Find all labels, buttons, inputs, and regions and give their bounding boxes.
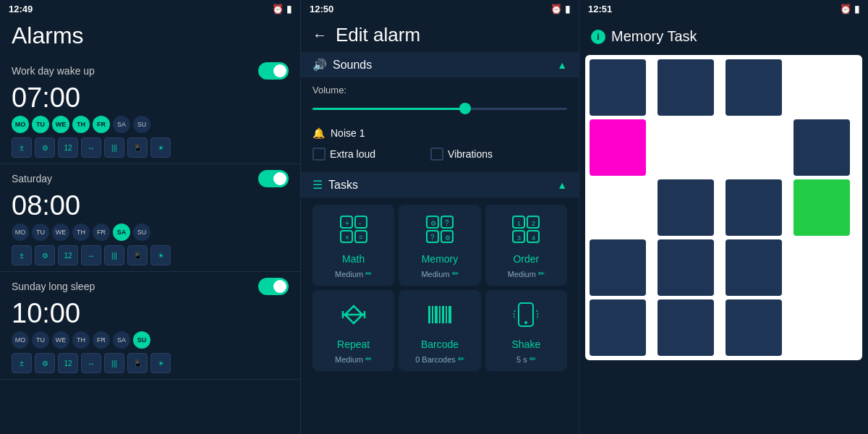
cell-2-0 [590, 179, 646, 236]
cell-3-3 [793, 239, 850, 296]
memory-task-panel: 12:51 ⏰ ▮ i Memory Task [579, 0, 868, 434]
volume-fill [312, 108, 465, 110]
day-su-2: SU [133, 224, 150, 241]
tasks-section-header[interactable]: ☰ Tasks ▲ [301, 172, 579, 197]
alarm-icon: ⏰ [272, 4, 284, 14]
order-edit: ✏ [538, 269, 545, 278]
task-small-3-3: 12 [58, 353, 78, 373]
memory-grid [590, 59, 858, 356]
day-fr-2: FR [93, 224, 110, 241]
svg-text:+: + [345, 219, 349, 227]
alarm-item-3[interactable]: Sunday long sleep 10:00 MO TU WE TH FR S… [0, 272, 300, 380]
alarm-toggle-3[interactable] [258, 278, 289, 295]
day-we: WE [52, 116, 69, 133]
task-small-2-3: 12 [58, 245, 78, 265]
svg-rect-25 [432, 306, 433, 323]
memory-icon: ⚙ ? ⚙ ? [425, 215, 454, 249]
memory-header: i Memory Task [579, 18, 868, 55]
battery-icon-2: ▮ [565, 4, 570, 14]
tasks-icon: ☰ [312, 178, 323, 192]
back-button[interactable]: ← [312, 27, 327, 43]
alarm-header-3: Sunday long sleep [12, 278, 289, 295]
day-we-2: WE [52, 224, 69, 241]
sounds-content: Volume: 🔔 Noise 1 Extra loud Vibrations [301, 77, 579, 172]
task-small-3-6: 📱 [127, 353, 148, 373]
day-mo-3: MO [12, 331, 29, 349]
vibrations-checkbox[interactable] [430, 148, 443, 161]
repeat-task-name: Repeat [337, 339, 370, 350]
svg-text:?: ? [430, 234, 435, 242]
noise-row: 🔔 Noise 1 [312, 123, 567, 143]
cell-4-2 [726, 299, 782, 356]
cell-3-2 [726, 239, 782, 296]
task-small-4: ↔ [81, 137, 101, 158]
bell-icon: 🔔 [312, 127, 325, 139]
task-card-math[interactable]: + - × = Math Medium ✏ [312, 205, 394, 286]
status-bar-1: 12:49 ⏰ ▮ [0, 0, 300, 18]
task-small-2-2: ⚙ [35, 245, 55, 265]
alarm-toggle-1[interactable] [258, 62, 289, 80]
order-icon: 1 2 3 4 [511, 215, 540, 249]
task-small-2-4: ↔ [81, 245, 101, 265]
alarm-time-1: 07:00 [12, 84, 289, 111]
sounds-section-header[interactable]: 🔊 Sounds ▲ [301, 52, 579, 77]
repeat-edit: ✏ [365, 354, 372, 364]
alarm-toggle-2[interactable] [258, 170, 289, 187]
alarm-item-1[interactable]: Work day wake up 07:00 MO TU WE TH FR SA… [0, 56, 300, 164]
svg-text:3: 3 [517, 234, 521, 242]
day-th-2: TH [72, 224, 90, 241]
volume-label: Volume: [312, 85, 567, 95]
checkbox-row: Extra loud Vibrations [312, 143, 567, 165]
alarm-time-2: 08:00 [12, 192, 289, 219]
task-card-shake[interactable]: Shake 5 s ✏ [485, 290, 567, 371]
day-mo-2: MO [12, 224, 29, 241]
math-difficulty: Medium ✏ [335, 269, 372, 278]
status-icons-1: ⏰ ▮ [272, 4, 292, 14]
svg-text:⚙: ⚙ [430, 220, 436, 227]
memory-task-name: Memory [422, 253, 459, 265]
repeat-icon [339, 300, 368, 334]
svg-rect-30 [448, 306, 451, 323]
svg-text:=: = [359, 234, 363, 242]
alarm-label-1: Work day wake up [12, 65, 95, 77]
shake-difficulty: 5 s ✏ [516, 354, 536, 364]
alarm-label-3: Sunday long sleep [12, 281, 95, 292]
task-small-2-6: 📱 [127, 245, 148, 265]
task-small-3-5: ||| [104, 353, 124, 373]
task-small-2-5: ||| [104, 245, 124, 265]
volume-thumb [459, 103, 471, 114]
task-card-memory[interactable]: ⚙ ? ⚙ ? Memory Medium ✏ [399, 205, 480, 286]
svg-rect-28 [442, 306, 444, 323]
cell-2-1 [658, 179, 714, 236]
tasks-chevron: ▲ [557, 179, 567, 191]
extra-loud-checkbox[interactable] [312, 148, 326, 161]
task-small-3-2: ⚙ [35, 353, 55, 373]
battery-icon-3: ▮ [854, 4, 859, 14]
time-1: 12:49 [9, 4, 33, 14]
edit-alarm-title: Edit alarm [336, 24, 420, 46]
status-icons-2: ⏰ ▮ [550, 4, 570, 14]
vibrations-item[interactable]: Vibrations [430, 148, 493, 161]
math-icon: + - × = [339, 215, 368, 249]
task-card-repeat[interactable]: Repeat Medium ✏ [312, 290, 394, 371]
edit-alarm-panel: 12:50 ⏰ ▮ ← Edit alarm 🔊 Sounds ▲ Volume… [300, 0, 579, 434]
repeat-difficulty: Medium ✏ [335, 354, 372, 364]
alarm-item-2[interactable]: Saturday 08:00 MO TU WE TH FR SA SU ± ⚙ … [0, 164, 300, 272]
svg-text:×: × [345, 234, 349, 242]
cell-0-0 [590, 59, 646, 116]
extra-loud-item[interactable]: Extra loud [312, 148, 375, 161]
status-bar-3: 12:51 ⏰ ▮ [579, 0, 868, 18]
volume-slider[interactable] [312, 101, 567, 116]
tasks-grid: + - × = Math Medium ✏ [301, 197, 579, 378]
math-edit: ✏ [365, 269, 372, 278]
order-task-name: Order [513, 253, 539, 265]
tasks-section: + - × = Math Medium ✏ [301, 197, 579, 378]
svg-text:⚙: ⚙ [445, 234, 451, 242]
cell-1-3 [793, 119, 850, 176]
cell-4-1 [658, 299, 714, 356]
alarm-header-2: Saturday [12, 170, 289, 187]
task-card-barcode[interactable]: Barcode 0 Barcodes ✏ [399, 290, 480, 371]
alarm-icon-3: ⏰ [840, 4, 851, 14]
task-card-order[interactable]: 1 2 3 4 Order Medium ✏ [485, 205, 567, 286]
svg-rect-27 [439, 306, 441, 323]
